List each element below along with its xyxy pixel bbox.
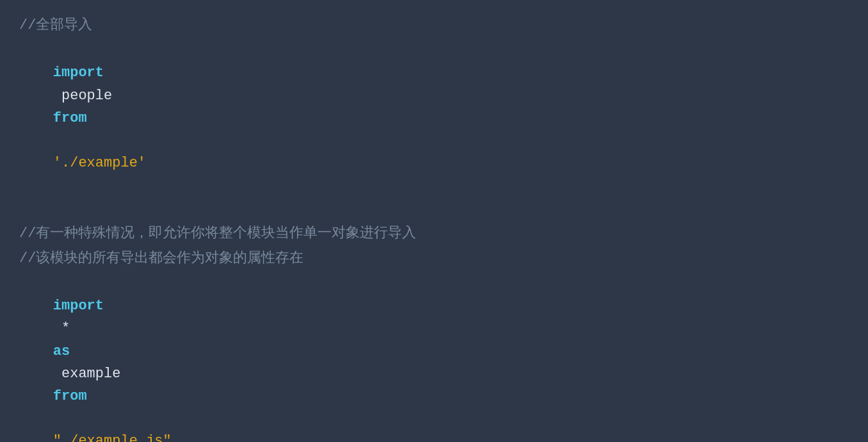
code-editor: //全部导入 import people from './example' //… (19, 13, 849, 442)
identifier-example: example (53, 366, 129, 382)
empty-line-1 (19, 199, 849, 221)
code-line-2: import * as example from "./example.js" (19, 271, 849, 442)
keyword-import: import (53, 65, 104, 81)
comment-line-2: //有一种特殊情况，即允许你将整个模块当作单一对象进行导入 (19, 221, 849, 246)
identifier-space (53, 133, 61, 149)
string-example: './example' (53, 155, 146, 171)
string-example-js: "./example.js" (53, 433, 172, 442)
keyword-from-2: from (53, 388, 87, 404)
comment-line-1: //全部导入 (19, 13, 849, 38)
keyword-as: as (53, 343, 70, 359)
keyword-import-2: import (53, 298, 104, 314)
identifier-star: * (53, 320, 79, 336)
identifier-space-2 (53, 411, 61, 427)
keyword-from: from (53, 110, 87, 126)
identifier-people: people (53, 88, 121, 104)
code-line-1: import people from './example' (19, 38, 849, 198)
comment-line-3: //该模块的所有导出都会作为对象的属性存在 (19, 246, 849, 271)
